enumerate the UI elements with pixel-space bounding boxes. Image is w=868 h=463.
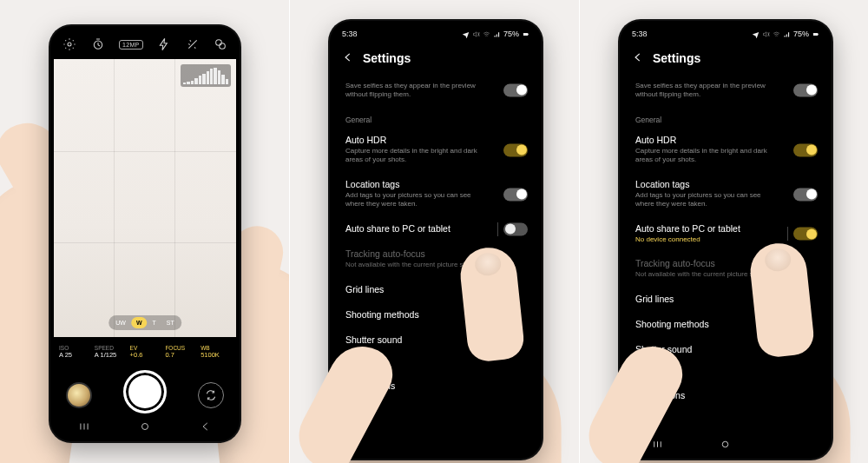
toggle-location[interactable]	[503, 188, 528, 201]
panel-settings-after: 5:38 75% Settings Sav	[579, 0, 868, 463]
status-icons: 75%	[752, 30, 819, 38]
row-desc: Add tags to your pictures so you can see…	[345, 191, 526, 208]
toggle-location[interactable]	[793, 188, 818, 201]
phone-frame: 12MP UW W	[50, 26, 240, 441]
zoom-w[interactable]: W	[131, 317, 148, 328]
panel-settings-before: 5:38 75% Settings Sav	[289, 0, 579, 463]
timer-icon[interactable]	[91, 37, 105, 51]
row-title: Auto HDR	[345, 135, 526, 145]
camera-top-bar: 12MP	[54, 30, 236, 59]
camera-app: 12MP UW W	[54, 30, 236, 438]
row-title: Location tags	[345, 179, 526, 189]
gallery-thumbnail[interactable]	[66, 382, 92, 408]
section-general: General	[333, 107, 538, 128]
svg-rect-6	[528, 33, 529, 35]
panel-camera: 12MP UW W	[0, 0, 289, 463]
toggle-selfie[interactable]	[793, 83, 818, 96]
battery-icon	[522, 30, 529, 38]
signal-icon	[493, 30, 501, 38]
status-icons: 75%	[462, 30, 529, 38]
status-time: 5:38	[342, 30, 358, 38]
zoom-uw[interactable]: UW	[110, 317, 131, 328]
param-ev[interactable]: EV+0.6	[130, 337, 161, 367]
flash-icon[interactable]	[157, 37, 171, 51]
wifi-icon	[773, 30, 780, 38]
divider	[787, 227, 788, 241]
zoom-t[interactable]: T	[148, 317, 161, 328]
settings-title: Settings	[363, 51, 411, 65]
airplane-icon	[462, 30, 470, 38]
ratio-icon[interactable]	[214, 37, 227, 51]
settings-header: Settings	[623, 43, 828, 73]
param-wb[interactable]: WB5100K	[201, 337, 231, 367]
section-general: General	[623, 107, 828, 128]
grid-line	[114, 59, 115, 337]
row-title: Auto share to PC or tablet	[345, 223, 526, 234]
toggle-autohdr[interactable]	[793, 143, 818, 156]
svg-point-0	[68, 43, 71, 46]
system-navbar	[623, 433, 828, 455]
row-desc: Add tags to your pictures so you can see…	[635, 191, 816, 208]
toggle-autohdr[interactable]	[503, 143, 528, 156]
row-selfie[interactable]: Save selfies as they appear in the previ…	[333, 73, 538, 107]
row-title: Auto HDR	[635, 135, 816, 145]
svg-point-4	[142, 424, 148, 430]
toggle-autoshare[interactable]	[503, 222, 528, 235]
svg-point-2	[216, 40, 222, 46]
param-iso[interactable]: ISOA 25	[59, 337, 89, 367]
svg-rect-8	[818, 33, 819, 35]
system-navbar	[54, 419, 236, 434]
svg-rect-5	[523, 33, 528, 36]
zoom-st[interactable]: ST	[161, 317, 180, 328]
zoom-selector[interactable]: UW W T ST	[108, 315, 181, 330]
row-location[interactable]: Location tags Add tags to your pictures …	[623, 172, 828, 216]
row-title: Location tags	[635, 179, 816, 189]
row-autoshare[interactable]: Auto share to PC or tablet	[333, 216, 538, 241]
switch-camera-button[interactable]	[198, 382, 224, 408]
battery-label: 75%	[793, 30, 809, 38]
grid-line	[174, 59, 175, 337]
home-icon[interactable]	[139, 420, 151, 433]
signal-icon	[783, 30, 791, 38]
recents-icon[interactable]	[652, 439, 663, 450]
battery-icon	[812, 30, 819, 38]
toggle-selfie[interactable]	[503, 83, 528, 96]
toggle-autoshare[interactable]	[793, 228, 818, 241]
home-icon[interactable]	[720, 439, 731, 450]
screen: 12MP UW W	[54, 30, 236, 438]
row-desc: Capture more details in the bright and d…	[635, 147, 816, 164]
resolution-chip[interactable]: 12MP	[119, 40, 143, 50]
row-desc: Capture more details in the bright and d…	[345, 147, 526, 164]
svg-point-3	[220, 43, 226, 50]
row-autohdr[interactable]: Auto HDR Capture more details in the bri…	[623, 128, 828, 172]
back-icon[interactable]	[200, 420, 212, 433]
svg-rect-7	[813, 33, 818, 36]
camera-bottom	[54, 367, 236, 438]
settings-header: Settings	[333, 43, 538, 73]
row-desc: Save selfies as they appear in the previ…	[635, 82, 816, 99]
effects-icon[interactable]	[186, 37, 200, 51]
mute-icon	[472, 30, 480, 38]
wifi-icon	[483, 30, 490, 38]
grid-line	[54, 242, 236, 243]
status-bar: 5:38 75%	[333, 24, 538, 43]
row-autohdr[interactable]: Auto HDR Capture more details in the bri…	[333, 128, 538, 172]
param-speed[interactable]: SPEEDA 1/125	[95, 337, 125, 367]
row-autoshare[interactable]: Auto share to PC or tablet No device con…	[623, 216, 828, 251]
status-bar: 5:38 75%	[623, 24, 828, 43]
pro-params: ISOA 25 SPEEDA 1/125 EV+0.6 FOCUS0.7 WB5…	[54, 337, 236, 367]
row-location[interactable]: Location tags Add tags to your pictures …	[333, 172, 538, 216]
viewfinder[interactable]: UW W T ST	[54, 59, 236, 337]
param-focus[interactable]: FOCUS0.7	[165, 337, 195, 367]
row-desc: Save selfies as they appear in the previ…	[345, 82, 526, 99]
battery-label: 75%	[503, 30, 519, 38]
shutter-button[interactable]	[123, 370, 167, 413]
settings-title: Settings	[653, 51, 700, 65]
status-time: 5:38	[632, 30, 648, 38]
row-warning: No device connected	[635, 235, 816, 243]
gear-icon[interactable]	[62, 37, 76, 51]
row-selfie[interactable]: Save selfies as they appear in the previ…	[623, 73, 828, 107]
recents-icon[interactable]	[78, 420, 90, 433]
back-button[interactable]	[342, 51, 354, 65]
back-button[interactable]	[632, 51, 644, 65]
